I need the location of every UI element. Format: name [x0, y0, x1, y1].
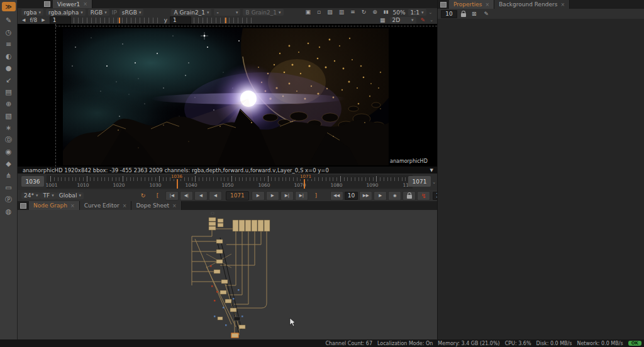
fps-select[interactable]: 24*▾: [21, 192, 40, 199]
close-icon[interactable]: ×: [123, 203, 127, 209]
scanline-icon[interactable]: ≡: [348, 9, 357, 15]
gain-field[interactable]: 1: [50, 16, 71, 25]
tab-viewer1[interactable]: Viewer1 ×: [53, 0, 92, 8]
gamma-slider-handle[interactable]: [225, 18, 226, 23]
wipe-mode-select[interactable]: -▾: [214, 9, 240, 16]
roi-icon[interactable]: ⊛: [370, 9, 379, 15]
gain-slider[interactable]: [74, 18, 158, 23]
close-icon[interactable]: ×: [560, 2, 565, 8]
zoom-level[interactable]: 50%: [393, 9, 406, 16]
refresh-icon[interactable]: ↻: [360, 9, 369, 15]
pane-menu-icon[interactable]: [44, 1, 50, 7]
toolsets-icon[interactable]: ▭: [1, 182, 16, 194]
tf-select[interactable]: TF▾: [40, 192, 56, 199]
tab-dope-sheet[interactable]: Dope Sheet ×: [131, 201, 181, 210]
pane-menu-icon[interactable]: [20, 203, 26, 209]
pane-menu-icon[interactable]: [440, 2, 447, 8]
proxy-ratio-select[interactable]: 1:1▾: [408, 9, 426, 16]
fstop-left-arrow-icon[interactable]: ◀: [20, 18, 27, 23]
prev-keyframe-button[interactable]: ◀|: [180, 191, 193, 201]
max-panels-field[interactable]: 10: [441, 10, 457, 18]
guides-icon[interactable]: ▦: [378, 18, 387, 23]
next-keyframe-button[interactable]: ▶|: [280, 191, 294, 201]
other-node-icon[interactable]: ⋔: [1, 170, 16, 182]
current-frame-field[interactable]: 1071: [226, 191, 249, 201]
record-button[interactable]: ◉: [388, 191, 401, 201]
set-out-point-button[interactable]: ]: [309, 191, 323, 201]
lock-range-button[interactable]: [402, 191, 416, 201]
close-icon[interactable]: ×: [83, 1, 87, 7]
timeline-ruler[interactable]: 1001 1010 1020 1030 1040 1050 1060 1070 …: [47, 175, 413, 189]
metadata-node-icon[interactable]: ◆: [1, 158, 16, 170]
gamma-field[interactable]: 1: [170, 16, 191, 25]
mask-overlay-icon[interactable]: ▫: [315, 9, 323, 15]
gain-display-icon[interactable]: ▣: [304, 9, 313, 15]
timeline-corner-icon[interactable]: ⌄: [432, 180, 436, 185]
edit-pencil-icon[interactable]: ✎: [482, 11, 491, 17]
tab-curve-editor[interactable]: Curve Editor ×: [80, 201, 132, 210]
tab-properties[interactable]: Properties ×: [449, 0, 494, 9]
filter-node-icon[interactable]: ●: [1, 62, 16, 74]
tab-background-renders[interactable]: Background Renders ×: [494, 0, 570, 9]
in-point-field[interactable]: 1036: [21, 176, 44, 187]
annotate-pencil-icon[interactable]: ✎: [419, 18, 428, 23]
set-in-point-button[interactable]: [: [151, 191, 164, 201]
step-back-button[interactable]: ◀: [209, 191, 222, 201]
frame-step-field[interactable]: 10: [345, 192, 358, 200]
web-icon[interactable]: ◍: [1, 206, 16, 218]
close-icon[interactable]: ×: [70, 203, 75, 209]
input-a-select[interactable]: A Grain2_1 ▾: [171, 9, 211, 16]
flipbook-button[interactable]: ▶: [374, 191, 387, 201]
clear-panels-icon[interactable]: ⊠: [470, 11, 479, 17]
play-backward-button[interactable]: ◀: [194, 191, 208, 201]
tab-node-graph[interactable]: Node Graph ×: [29, 201, 80, 210]
node-graph-canvas[interactable]: [18, 210, 437, 339]
close-icon[interactable]: ×: [172, 203, 177, 209]
channel-node-icon[interactable]: ≡: [1, 38, 16, 50]
pause-icon[interactable]: ▮▮: [382, 10, 391, 14]
range-select[interactable]: Global▾: [57, 192, 84, 199]
frame-increment-button[interactable]: ▶▶: [359, 191, 372, 201]
color-node-icon[interactable]: ◐: [1, 50, 16, 62]
3d-node-icon[interactable]: ▧: [1, 110, 16, 122]
ab-compare-icon[interactable]: ▥: [337, 9, 347, 15]
colorspace-select[interactable]: sRGB▾: [119, 9, 144, 16]
merge-node-icon[interactable]: ▤: [1, 86, 16, 98]
alpha-select[interactable]: rgba.alpha▾: [46, 9, 86, 16]
chevron-down-icon: ▾: [38, 10, 41, 15]
ocio-icon[interactable]: Ⓟ: [1, 194, 16, 206]
input-b-select[interactable]: B Grain2_1 ▾: [243, 9, 283, 16]
viewer-viewport[interactable]: anamorphicHD: [18, 24, 437, 167]
loop-mode-button[interactable]: ↻: [136, 191, 150, 201]
play-button[interactable]: ▶: [266, 191, 279, 201]
tick-label: 1001: [45, 182, 57, 188]
fstop-right-arrow-icon[interactable]: ▶: [40, 18, 47, 23]
views-node-icon[interactable]: ◉: [1, 146, 16, 158]
viewer-corner-icon[interactable]: ⌄: [430, 18, 433, 23]
display-channel-select[interactable]: RGB▾: [88, 9, 109, 16]
cache-flame-icon[interactable]: ↯: [417, 191, 430, 201]
keyer-node-icon[interactable]: ↙: [1, 74, 16, 86]
layer-select[interactable]: rgba▾: [21, 9, 43, 16]
input-process-toggle[interactable]: IP: [112, 9, 117, 16]
last-frame-button[interactable]: ▶|: [295, 191, 308, 201]
pane-split-icon[interactable]: ⌄: [429, 10, 433, 15]
gamma-slider[interactable]: [194, 18, 252, 23]
frame-decrement-button[interactable]: ◀◀: [330, 191, 343, 201]
nuke-logo[interactable]: ≫: [2, 2, 16, 11]
out-point-field[interactable]: 1071: [408, 176, 431, 187]
transform-node-icon[interactable]: ⊕: [1, 98, 16, 110]
time-node-icon[interactable]: ◷: [1, 26, 16, 38]
deep-node-icon[interactable]: Ⓓ: [1, 134, 16, 146]
view-mode-select[interactable]: 2D▾: [390, 17, 416, 24]
first-frame-button[interactable]: |◀: [165, 191, 179, 201]
wipe-icon[interactable]: ▨: [325, 9, 335, 15]
image-node-icon[interactable]: ✎: [1, 14, 16, 26]
gain-slider-handle[interactable]: [119, 18, 120, 23]
major-ticks: [50, 176, 411, 182]
lock-icon[interactable]: [461, 13, 466, 17]
info-carat-icon[interactable]: ▼: [430, 168, 433, 173]
particles-node-icon[interactable]: ∗: [1, 122, 16, 134]
close-icon[interactable]: ×: [485, 2, 489, 8]
step-forward-button[interactable]: ▶: [252, 191, 265, 201]
